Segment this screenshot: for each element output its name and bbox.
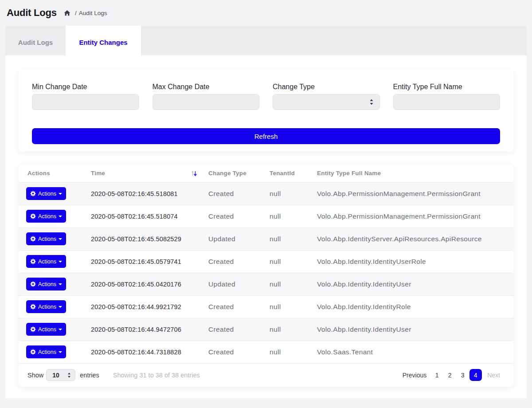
row-actions-button[interactable]: Actions	[26, 345, 66, 358]
column-header-change-type: Change Type	[200, 165, 261, 182]
table-info: Showing 31 to 38 of 38 entries	[113, 372, 200, 379]
caret-down-icon	[59, 306, 62, 308]
entity-cell: Volo.Abp.IdentityServer.ApiResources.Api…	[308, 228, 513, 250]
pagination-page-3[interactable]: 3	[456, 372, 469, 379]
change-type-cell: Updated	[200, 273, 261, 295]
field-entity-type-full-name: Entity Type Full Name	[393, 83, 501, 110]
table-row: Actions2020-05-08T02:16:45.518074Created…	[19, 205, 513, 228]
row-actions-label: Actions	[38, 213, 56, 220]
row-actions-button[interactable]: Actions	[26, 255, 66, 268]
tenantid-cell: null	[261, 228, 308, 250]
time-cell: 2020-05-08T02:16:44.9472706	[82, 318, 200, 341]
change-type-cell: Created	[200, 182, 261, 205]
sort-icon[interactable]	[191, 170, 198, 177]
gear-icon	[30, 281, 36, 287]
entity-cell: Volo.Abp.PermissionManagement.Permission…	[308, 205, 513, 228]
row-actions-label: Actions	[38, 191, 56, 197]
caret-down-icon	[59, 238, 62, 240]
pagination-page-1[interactable]: 1	[430, 372, 443, 379]
caret-down-icon	[59, 261, 62, 263]
table-body: Actions2020-05-08T02:16:45.518081Created…	[19, 182, 513, 363]
pagination-page-4-active[interactable]: 4	[469, 369, 482, 381]
gear-icon	[30, 191, 36, 196]
row-actions-button[interactable]: Actions	[26, 323, 66, 336]
actions-cell: Actions	[19, 228, 82, 250]
refresh-button[interactable]: Refresh	[32, 128, 500, 144]
row-actions-label: Actions	[38, 259, 56, 265]
pagination: Previous 1 2 3 4 Next	[403, 369, 500, 381]
row-actions-button[interactable]: Actions	[26, 278, 66, 290]
actions-cell: Actions	[19, 182, 82, 205]
time-cell: 2020-05-08T02:16:45.518074	[82, 205, 200, 228]
pagination-next[interactable]: Next	[487, 372, 500, 379]
pagination-previous[interactable]: Previous	[403, 372, 426, 379]
field-min-change-date: Min Change Date	[32, 83, 139, 110]
main-panel: Audit Logs Entity Changes Min Change Dat…	[5, 26, 527, 398]
field-change-type: Change Type	[273, 83, 380, 110]
time-cell: 2020-05-08T02:16:45.518081	[82, 182, 200, 205]
tab-bar: Audit Logs Entity Changes	[5, 26, 527, 55]
tenantid-cell: null	[261, 295, 308, 318]
table-row: Actions2020-05-08T02:16:44.7318828Create…	[19, 341, 513, 363]
tenantid-cell: null	[261, 341, 308, 363]
entity-type-full-name-input[interactable]	[394, 94, 500, 110]
entity-cell: Volo.Abp.Identity.IdentityUser	[308, 273, 513, 295]
change-type-select[interactable]	[273, 94, 380, 110]
entity-cell: Volo.Abp.Identity.IdentityUser	[308, 318, 513, 341]
breadcrumb: / Audit Logs	[64, 10, 107, 16]
change-type-cell: Created	[200, 250, 261, 273]
entity-changes-table: Actions Time Change Type TenantId Ent	[19, 165, 513, 364]
table-row: Actions2020-05-08T02:16:45.0579741Create…	[19, 250, 513, 273]
page-title: Audit Logs	[7, 7, 57, 19]
actions-cell: Actions	[19, 273, 82, 295]
pagination-page-2[interactable]: 2	[443, 372, 456, 379]
change-type-cell: Created	[200, 318, 261, 341]
entity-cell: Volo.Abp.Identity.IdentityRole	[308, 295, 513, 318]
show-label: Show	[27, 372, 43, 379]
min-change-date-input[interactable]	[32, 94, 139, 110]
tab-audit-logs[interactable]: Audit Logs	[5, 26, 66, 55]
time-cell: 2020-05-08T02:16:45.0420176	[82, 273, 200, 295]
page-size-select[interactable]: 10	[46, 369, 75, 381]
change-type-cell: Created	[200, 341, 261, 363]
column-header-time[interactable]: Time	[82, 165, 200, 182]
caret-down-icon	[59, 329, 62, 330]
tenantid-cell: null	[261, 250, 308, 273]
actions-cell: Actions	[19, 318, 82, 341]
entries-label: entries	[80, 372, 99, 379]
tenantid-cell: null	[261, 182, 308, 205]
table-header-row: Actions Time Change Type TenantId Ent	[19, 165, 513, 182]
change-type-label: Change Type	[273, 83, 380, 91]
caret-down-icon	[59, 216, 62, 217]
actions-cell: Actions	[19, 295, 82, 318]
gear-icon	[30, 349, 36, 355]
caret-down-icon	[59, 193, 62, 195]
gear-icon	[30, 304, 36, 310]
column-header-actions: Actions	[19, 165, 82, 182]
time-cell: 2020-05-08T02:16:45.0579741	[82, 250, 200, 273]
max-change-date-label: Max Change Date	[153, 83, 260, 91]
page-header: Audit Logs / Audit Logs	[0, 0, 532, 26]
gear-icon	[30, 326, 36, 332]
table-row: Actions2020-05-08T02:16:44.9472706Create…	[19, 318, 513, 341]
row-actions-button[interactable]: Actions	[26, 187, 66, 200]
max-change-date-input[interactable]	[153, 94, 259, 110]
column-header-entity-type-full-name: Entity Type Full Name	[308, 165, 513, 182]
filter-card: Min Change Date Max Change Date Change T…	[19, 69, 513, 152]
actions-cell: Actions	[19, 205, 82, 228]
entity-type-full-name-label: Entity Type Full Name	[393, 83, 501, 91]
breadcrumb-current: Audit Logs	[79, 10, 107, 16]
time-cell: 2020-05-08T02:16:44.9921792	[82, 295, 200, 318]
home-icon[interactable]	[64, 10, 70, 16]
breadcrumb-separator: /	[75, 10, 77, 16]
change-type-cell: Updated	[200, 228, 261, 250]
tab-entity-changes[interactable]: Entity Changes	[66, 26, 141, 55]
min-change-date-label: Min Change Date	[32, 83, 139, 91]
row-actions-button[interactable]: Actions	[26, 232, 66, 245]
column-header-tenantid: TenantId	[261, 165, 308, 182]
row-actions-label: Actions	[38, 281, 56, 287]
row-actions-label: Actions	[38, 326, 56, 333]
row-actions-button[interactable]: Actions	[26, 300, 66, 313]
page-size-caret-icon	[66, 372, 72, 378]
row-actions-button[interactable]: Actions	[26, 210, 66, 223]
